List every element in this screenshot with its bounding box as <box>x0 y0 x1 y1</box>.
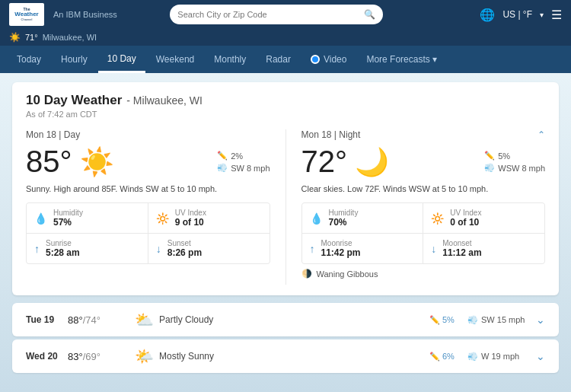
header-right: 🌐 US | °F ▾ ☰ <box>480 8 562 22</box>
forecast-icon-wed20: 🌤️ <box>129 347 159 365</box>
nav-more-forecasts[interactable]: More Forecasts ▾ <box>357 46 446 73</box>
search-input[interactable] <box>177 10 364 19</box>
wind-icon-night: 💨 <box>484 163 495 173</box>
wind-icon-wed20: 💨 <box>467 352 478 362</box>
precip-icon-tue19: ✏️ <box>429 315 440 325</box>
forecast-desc-tue19: Partly Cloudy <box>159 314 429 325</box>
night-panel-header: Mon 18 | Night <box>301 129 546 140</box>
day-wind-row: 💨 SW 8 mph <box>217 163 270 173</box>
day-humidity-cell: 💧 Humidity 57% <box>27 203 148 233</box>
logo: The Weather Channel <box>9 3 44 26</box>
forecast-precip-wed20: ✏️6% <box>429 352 467 362</box>
night-wind-row: 💨 WSW 8 mph <box>484 163 545 173</box>
content-area: 10 Day Weather - Milwaukee, WI As of 7:4… <box>0 73 571 392</box>
day-temp: 85° <box>26 145 72 179</box>
night-temp: 72° <box>301 145 348 179</box>
day-sunset-cell: ↓ Sunset 8:26 pm <box>148 234 270 263</box>
video-radio-icon <box>311 55 320 64</box>
day-temp-row: 85° ☀️ ✏️ 2% 💨 SW 8 mph <box>26 145 270 179</box>
forecast-high-wed20: 83° <box>68 351 83 362</box>
moon-phase-row: 🌗 Waning Gibbous <box>301 269 546 279</box>
night-humidity-icon: 💧 <box>310 212 323 225</box>
night-uv-cell: 🔆 UV Index 0 of 10 <box>423 203 544 233</box>
night-panel: Mon 18 | Night 72° 🌙 ✏️ 5% 💨 WSW <box>286 129 546 285</box>
current-location: Milwaukee, WI <box>43 33 97 42</box>
wind-icon-tue19: 💨 <box>467 315 478 325</box>
night-wind: WSW 8 mph <box>498 164 545 173</box>
forecast-row-wed20: Wed 20 83°/69° 🌤️ Mostly Sunny ✏️6% 💨W 1… <box>12 339 559 373</box>
page-location: - Milwaukee, WI <box>126 94 203 107</box>
night-temp-row: 72° 🌙 ✏️ 5% 💨 WSW 8 mph <box>301 145 546 179</box>
day-precip: 2% <box>231 151 243 161</box>
search-bar[interactable]: 🔍 <box>170 5 383 24</box>
day-precip-row: ✏️ 2% <box>217 151 270 161</box>
forecast-expand-tue19[interactable]: ⌄ <box>536 314 545 326</box>
globe-icon: 🌐 <box>480 8 495 22</box>
precip-icon-wed20: ✏️ <box>429 352 440 362</box>
night-precip-wind: ✏️ 5% 💨 WSW 8 mph <box>484 151 545 173</box>
logo-bot: Channel <box>21 18 33 21</box>
nav-hourly[interactable]: Hourly <box>52 46 97 73</box>
sunrise-icon: ↑ <box>34 243 40 255</box>
night-humidity-cell: 💧 Humidity 70% <box>302 203 423 233</box>
forecast-day-tue19: Tue 19 <box>26 314 68 325</box>
humidity-icon: 💧 <box>34 212 47 225</box>
night-moonset-cell: ↓ Moonset 11:12 am <box>423 234 544 263</box>
nav-video[interactable]: Video <box>301 46 356 73</box>
page-title: 10 Day Weather <box>26 93 122 108</box>
night-uv-icon: 🔆 <box>431 212 444 225</box>
nav-video-label: Video <box>324 54 346 65</box>
current-temp: 71° <box>25 33 38 42</box>
weather-main-card: 10 Day Weather - Milwaukee, WI As of 7:4… <box>12 82 559 295</box>
current-condition-icon: ☀️ <box>9 32 21 43</box>
forecast-row-tue19: Tue 19 88°/74° ⛅ Partly Cloudy ✏️5% 💨SW … <box>12 303 559 336</box>
moonset-icon: ↓ <box>431 243 436 255</box>
day-description: Sunny. High around 85F. Winds SW at 5 to… <box>26 183 270 195</box>
rain-icon-night: ✏️ <box>484 151 495 161</box>
sunset-icon: ↓ <box>156 243 161 255</box>
forecast-temps-wed20: 83°/69° <box>68 351 129 362</box>
night-precip: 5% <box>498 151 510 161</box>
forecast-precip-tue19: ✏️5% <box>429 315 467 325</box>
day-wind: SW 8 mph <box>231 164 270 173</box>
night-moonrise-cell: ↑ Moonrise 11:42 pm <box>302 234 423 263</box>
day-precip-wind: ✏️ 2% 💨 SW 8 mph <box>217 151 270 173</box>
forecast-desc-wed20: Mostly Sunny <box>159 351 429 362</box>
nav-10day[interactable]: 10 Day <box>98 46 145 73</box>
day-night-container: ⌃ Mon 18 | Day 85° ☀️ ✏️ 2% 💨 <box>26 129 545 285</box>
nav-monthly[interactable]: Monthly <box>205 46 255 73</box>
moon-phase-icon: 🌗 <box>301 269 312 279</box>
as-of-text: As of 7:42 am CDT <box>26 110 545 119</box>
day-uv-cell: 🔆 UV Index 9 of 10 <box>148 203 270 233</box>
day-details-grid: 💧 Humidity 57% 🔆 UV Index 9 of 10 <box>26 202 270 264</box>
locale-text: US | °F <box>502 9 532 20</box>
forecast-temps-tue19: 88°/74° <box>68 314 129 326</box>
forecast-day-wed20: Wed 20 <box>26 351 68 362</box>
night-details-grid: 💧 Humidity 70% 🔆 UV Index 0 of 10 <box>301 202 546 264</box>
nav-bar: Today Hourly 10 Day Weekend Monthly Rada… <box>0 46 571 73</box>
wind-icon-day: 💨 <box>217 163 228 173</box>
search-icon: 🔍 <box>364 9 375 20</box>
forecast-expand-wed20[interactable]: ⌄ <box>536 350 545 362</box>
locale-dropdown-icon[interactable]: ▾ <box>540 11 544 19</box>
day-panel-header: Mon 18 | Day <box>26 129 270 140</box>
night-precip-row: ✏️ 5% <box>484 151 545 161</box>
forecast-wind-wed20: 💨W 19 mph <box>467 352 536 362</box>
night-description: Clear skies. Low 72F. Winds WSW at 5 to … <box>301 183 546 195</box>
moonrise-icon: ↑ <box>310 243 315 255</box>
day-sunrise-cell: ↑ Sunrise 5:28 am <box>27 234 148 263</box>
ibm-text: An IBM Business <box>53 10 117 19</box>
menu-icon[interactable]: ☰ <box>551 8 562 22</box>
day-condition-icon: ☀️ <box>80 146 114 178</box>
uv-icon: 🔆 <box>156 212 169 225</box>
forecast-high-tue19: 88° <box>68 314 83 326</box>
forecast-icon-tue19: ⛅ <box>129 311 159 329</box>
moon-phase-label: Waning Gibbous <box>317 269 378 279</box>
header: The Weather Channel An IBM Business 🔍 🌐 … <box>0 0 571 29</box>
nav-radar[interactable]: Radar <box>257 46 300 73</box>
sub-header: ☀️ 71° Milwaukee, WI <box>0 29 571 46</box>
night-condition-icon: 🌙 <box>355 146 389 178</box>
rain-icon: ✏️ <box>217 151 228 161</box>
nav-weekend[interactable]: Weekend <box>147 46 203 73</box>
nav-today[interactable]: Today <box>8 46 50 73</box>
